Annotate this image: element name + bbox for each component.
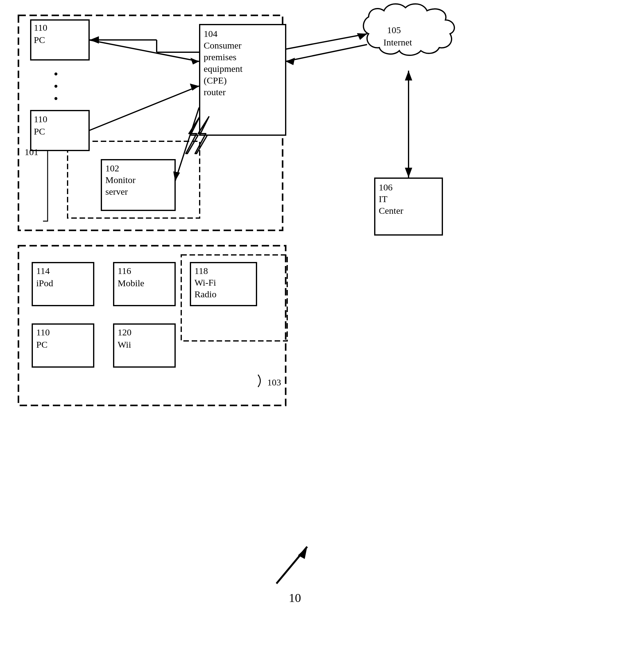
arrow-pc2-to-cpe bbox=[89, 86, 199, 130]
wii-num: 120 bbox=[118, 327, 131, 337]
it-center-num: 106 bbox=[379, 182, 393, 192]
dots3: • bbox=[54, 92, 58, 106]
monitor-num: 102 bbox=[105, 163, 119, 173]
arrow-internet-cpe-head bbox=[286, 58, 295, 65]
bracket-101 bbox=[43, 151, 48, 221]
ref-101: 101 bbox=[25, 147, 38, 157]
arrow-cpe-pc1-head bbox=[90, 36, 99, 43]
pc1-num: 110 bbox=[34, 23, 47, 33]
cpe-label3: equipment bbox=[204, 64, 243, 74]
cpe-label4: (CPE) bbox=[204, 75, 227, 86]
arrow-up-head bbox=[405, 70, 412, 80]
pc2-label: PC bbox=[34, 126, 45, 137]
arrow-pc1-to-cpe bbox=[89, 40, 199, 62]
pc3-num: 110 bbox=[36, 327, 50, 337]
internet-cloud: 105 Internet bbox=[363, 4, 454, 55]
mobile-num: 116 bbox=[118, 266, 131, 276]
ipod-num: 114 bbox=[36, 266, 50, 276]
dots: • bbox=[54, 67, 58, 81]
ref-103: 103 bbox=[267, 377, 281, 387]
arrow-down-head bbox=[405, 168, 412, 178]
monitor-label1: Monitor bbox=[105, 175, 136, 185]
arrow-cpe-internet-head bbox=[357, 33, 367, 40]
cpe-label1: Consumer bbox=[204, 40, 242, 50]
wii-label: Wii bbox=[118, 339, 131, 349]
wifi-label1: Wi-Fi bbox=[194, 277, 216, 287]
cpe-num: 104 bbox=[204, 28, 218, 39]
pc2-num: 110 bbox=[34, 114, 47, 124]
pc1-label: PC bbox=[34, 35, 45, 45]
it-center-label2: Center bbox=[379, 206, 403, 216]
wifi-num: 118 bbox=[194, 266, 208, 276]
cpe-label5: router bbox=[204, 87, 226, 97]
internet-num: 105 bbox=[387, 25, 401, 35]
pc3-label: PC bbox=[36, 339, 48, 349]
arrow-pc1-cpe-head bbox=[191, 58, 199, 65]
ipod-label: iPod bbox=[36, 278, 53, 288]
mobile-label: Mobile bbox=[118, 278, 144, 288]
bracket-103 bbox=[258, 375, 260, 387]
wifi-label2: Radio bbox=[194, 289, 217, 299]
internet-label: Internet bbox=[383, 37, 412, 47]
ref-10: 10 bbox=[289, 591, 301, 605]
monitor-label2: server bbox=[105, 186, 128, 196]
diagram: 110 PC • • • 110 PC 104 Consumer premise… bbox=[0, 0, 642, 672]
it-center-label1: IT bbox=[379, 194, 387, 204]
dots2: • bbox=[54, 79, 58, 93]
cpe-label2: premises bbox=[204, 52, 236, 62]
lightning-bolt bbox=[186, 117, 209, 154]
arrow-cpe-monitor bbox=[175, 107, 199, 181]
